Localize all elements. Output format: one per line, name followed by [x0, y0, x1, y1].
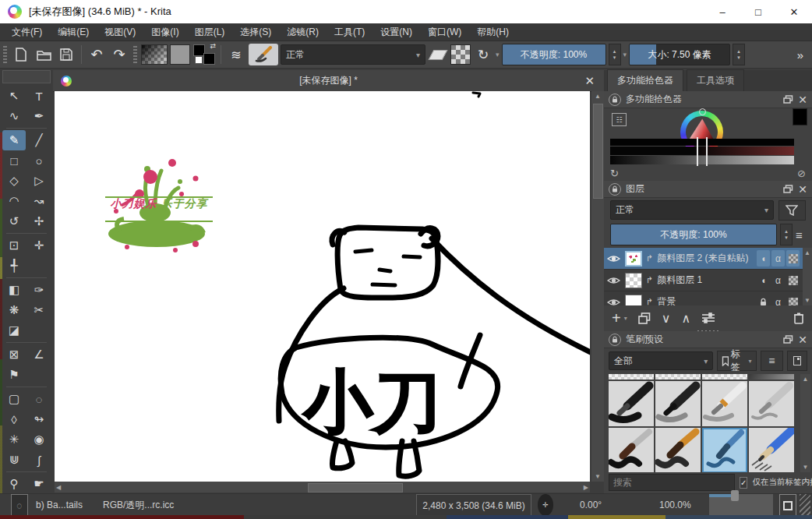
move-layer-down-button[interactable]: ∨ [662, 311, 671, 326]
brush-docker-header[interactable]: 笔刷预设 ✕ [604, 331, 812, 348]
menu-edit[interactable]: 编辑(E) [51, 23, 96, 41]
menu-help[interactable]: 帮助(H) [470, 23, 516, 41]
polygon-tool[interactable]: ◇ [2, 171, 26, 191]
measure-tool[interactable]: ∠ [27, 344, 51, 365]
layer-thumbnail[interactable] [625, 295, 642, 306]
lock-icon[interactable] [609, 334, 621, 346]
menu-window[interactable]: 窗口(W) [421, 23, 468, 41]
color-selector-settings-button[interactable]: ☷ [612, 113, 627, 126]
lock-icon[interactable] [609, 94, 621, 106]
opacity-dropdown-caret[interactable]: ▾ [623, 51, 627, 58]
scroll-down-icon[interactable]: ▼ [593, 471, 602, 482]
polygonal-select-tool[interactable]: ◊ [2, 409, 26, 429]
scroll-down-icon[interactable]: ▼ [803, 295, 812, 305]
choices-button[interactable]: ≋ [226, 44, 246, 65]
zoom-slider-handle[interactable] [731, 490, 739, 501]
close-docker-icon[interactable]: ✕ [798, 94, 807, 106]
pattern-swatch-button[interactable] [170, 44, 190, 65]
add-layer-button[interactable]: + [612, 309, 621, 327]
open-document-button[interactable] [34, 44, 54, 65]
search-in-tag-checkbox[interactable]: ✓ [740, 477, 747, 489]
rectangular-select-tool[interactable]: ▢ [2, 389, 26, 409]
scroll-left-icon[interactable]: ◀ [55, 482, 62, 493]
move-layer-up-button[interactable]: ∧ [681, 311, 690, 326]
polyline-tool[interactable]: ▷ [27, 171, 51, 191]
similar-color-select-tool[interactable]: ◉ [27, 429, 51, 450]
scroll-up-icon[interactable]: ▲ [593, 91, 602, 101]
brush-preset-paintbrush-oil[interactable] [655, 428, 701, 472]
spin-up-icon[interactable]: ▴ [737, 48, 740, 55]
zoom-tool[interactable]: ⚲ [2, 474, 26, 494]
layer-properties-button[interactable] [701, 312, 715, 323]
lock-icon[interactable] [609, 183, 621, 196]
inherit-alpha-icon[interactable]: α [771, 250, 785, 267]
menu-layer[interactable]: 图层(L) [188, 23, 232, 41]
brush-preset-airbrush[interactable] [749, 374, 794, 380]
text-tool[interactable]: T [27, 86, 51, 106]
scroll-down-icon[interactable]: ▼ [801, 462, 810, 472]
layer-lock-icon[interactable] [757, 294, 770, 305]
brush-preset-eraser-soft[interactable] [702, 374, 747, 380]
brush-preset-blue-pencil[interactable] [749, 428, 794, 472]
layer-name[interactable]: 背景 [657, 295, 753, 305]
layer-style-icon[interactable]: ◖ [757, 250, 770, 267]
canvas-horizontal-scrollbar[interactable]: ◀ ▶ [55, 482, 590, 493]
hue-indicator[interactable] [699, 108, 706, 115]
scroll-up-icon[interactable]: ▲ [801, 374, 810, 384]
tag-button[interactable]: 标签 ▾ [717, 351, 756, 371]
visibility-eye-icon[interactable] [607, 254, 621, 263]
colorize-mask-tool[interactable]: ❋ [2, 300, 26, 320]
float-docker-icon[interactable] [783, 185, 793, 193]
fit-page-button[interactable] [779, 494, 796, 517]
menu-settings[interactable]: 设置(N) [373, 23, 419, 41]
pan-tool[interactable]: ☛ [27, 474, 51, 494]
preserve-alpha-button[interactable] [450, 44, 471, 65]
layer-list-scrollbar[interactable]: ▲ ▼ [803, 248, 812, 305]
close-docker-icon[interactable]: ✕ [798, 334, 807, 346]
size-spinner[interactable]: ▴ ▾ [733, 44, 745, 65]
blocked-icon[interactable]: ⊘ [797, 168, 806, 179]
brush-preset-ink-pen[interactable] [609, 381, 654, 426]
layer-style-icon[interactable]: ◖ [757, 272, 770, 288]
layers-docker-header[interactable]: 图层 ✕ [604, 181, 812, 198]
menu-tools[interactable]: 工具(T) [327, 23, 372, 41]
layer-row-paint-layer-2[interactable]: ↱ 颜料图层 2 (来自粘贴) ◖ α [604, 248, 803, 270]
layer-opacity-spinner[interactable]: ▴ ▾ [780, 224, 793, 245]
reload-preset-button[interactable]: ↻ [473, 44, 493, 65]
brush-preset-paintbrush-wet[interactable] [609, 428, 654, 472]
edit-shapes-tool[interactable]: ∿ [2, 106, 26, 126]
alpha-lock-icon[interactable] [786, 250, 800, 267]
gradient-bar-cursor[interactable] [697, 137, 708, 166]
menu-filter[interactable]: 滤镜(R) [280, 23, 326, 41]
brush-preset-pencil-gray[interactable] [749, 381, 794, 426]
multibrush-tool[interactable]: ✢ [27, 211, 51, 231]
menu-select[interactable]: 选择(S) [233, 23, 278, 41]
toolbar-grip[interactable] [3, 46, 7, 63]
save-button[interactable] [56, 44, 76, 65]
spin-up-icon[interactable]: ▴ [613, 48, 616, 55]
menu-image[interactable]: 图像(I) [144, 23, 185, 41]
duplicate-layer-button[interactable] [638, 312, 651, 324]
reference-images-tool[interactable]: ⚑ [2, 365, 26, 385]
horizontal-scroll-thumb[interactable] [308, 483, 403, 493]
brush-size-slider[interactable]: 大小: 7.50 像素 [629, 44, 730, 65]
new-document-button[interactable] [11, 44, 31, 65]
brush-tag-filter-dropdown[interactable]: 全部 ▾ [609, 351, 713, 370]
toolbar-overflow-button[interactable]: » [790, 44, 810, 65]
freehand-path-tool[interactable]: ↝ [27, 191, 51, 211]
calligraphy-tool[interactable]: ✒ [27, 106, 51, 126]
ellipse-tool[interactable]: ○ [27, 150, 51, 171]
fill-tool[interactable]: ◪ [2, 320, 26, 341]
subwindow-close-icon[interactable]: ✕ [584, 74, 595, 88]
layer-options-hamburger-icon[interactable]: ≡ [796, 228, 803, 242]
elliptical-select-tool[interactable]: ◌ [27, 389, 51, 409]
spin-down-icon[interactable]: ▾ [613, 55, 616, 61]
maximize-button[interactable]: □ [740, 0, 776, 23]
layer-name[interactable]: 颜料图层 2 (来自粘贴) [657, 252, 753, 265]
brush-view-mode-button[interactable] [787, 351, 807, 371]
layer-row-paint-layer-1[interactable]: ↱ 颜料图层 1 ◖ α [604, 270, 803, 291]
eraser-mode-button[interactable] [428, 44, 448, 65]
toolbox-header[interactable] [2, 70, 51, 83]
layer-filter-button[interactable] [778, 200, 806, 221]
spin-down-icon[interactable]: ▾ [737, 55, 740, 61]
